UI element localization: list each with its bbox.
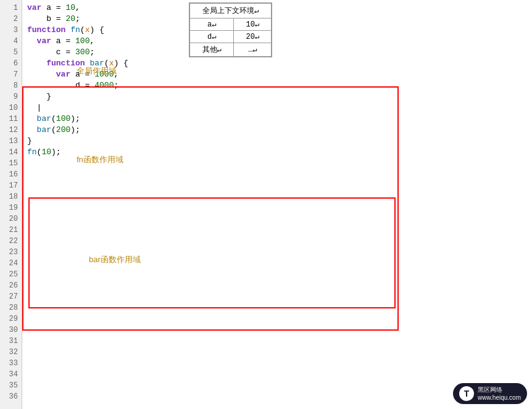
watermark-brand: 黑区网络 (478, 386, 521, 394)
code-line-9: function fn(x) { (27, 25, 532, 36)
code-line-34: } (27, 136, 532, 147)
watermark-text: 黑区网络 www.heiqu.com (478, 386, 521, 402)
global-row-other-key: 其他↵ (190, 43, 234, 57)
code-line-32: bar(100); (27, 114, 532, 125)
bar-scope-box (28, 197, 396, 308)
label-fn-scope: fn函数作用域 (77, 154, 123, 165)
global-row-a-value: 10↵ (234, 19, 272, 31)
code-area: var a = 10, b = 20; function fn(x) { var… (22, 0, 532, 409)
watermark-logo: T (459, 386, 474, 401)
code-line-1: var a = 10, (27, 2, 532, 14)
code-line-2: b = 20; (27, 14, 532, 25)
global-row-d-key: d↵ (190, 31, 234, 43)
global-context-title: 全局上下文环境↵ (190, 4, 272, 19)
global-row-d-value: 20↵ (234, 31, 272, 43)
label-bar-scope: bar函数作用域 (89, 254, 141, 265)
code-line-21: d = 4000; (27, 80, 532, 91)
code-line-33: bar(200); (27, 125, 532, 136)
watermark-site: www.heiqu.com (478, 394, 521, 402)
line-numbers: 12345 678910 1112131415 1617181920 21222… (0, 0, 22, 409)
code-line-10: var a = 100, (27, 36, 532, 47)
global-context-box: 全局上下文环境↵ a↵ 10↵ d↵ 20↵ 其他↵ …↵ (189, 2, 272, 57)
code-line-11: c = 300; (27, 47, 532, 58)
global-row-a-key: a↵ (190, 19, 234, 31)
code-line-31: | (27, 102, 532, 114)
global-row-other-value: …↵ (234, 43, 272, 57)
code-line-22: } (27, 91, 532, 102)
main-container: 12345 678910 1112131415 1617181920 21222… (0, 0, 532, 409)
watermark: T 黑区网络 www.heiqu.com (453, 383, 527, 404)
label-global-scope: 全局作用域 (77, 65, 117, 76)
